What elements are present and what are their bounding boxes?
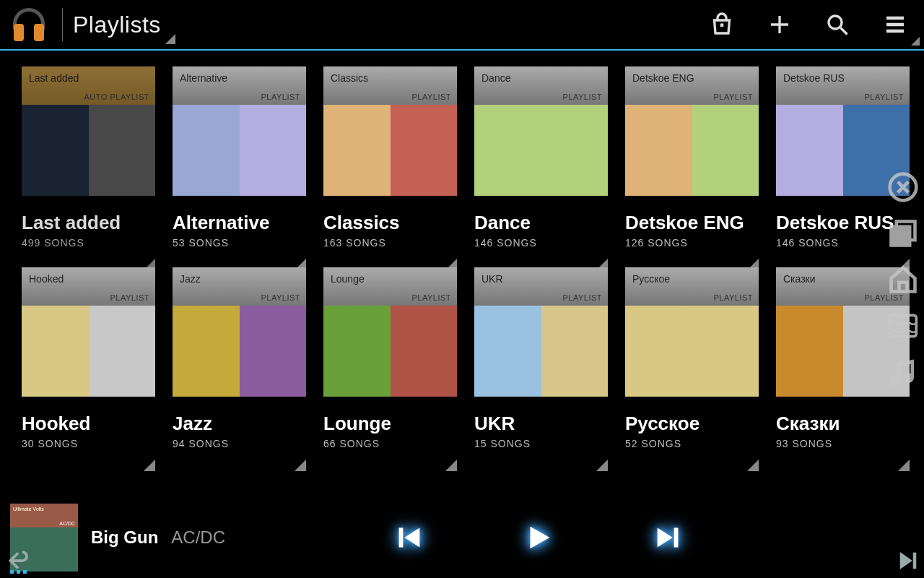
- playlist-card[interactable]: Jazz PLAYLIST Jazz 94 SONGS: [173, 267, 306, 449]
- stacked-squares-icon: [887, 217, 919, 249]
- card-menu-indicator-icon[interactable]: [898, 460, 910, 471]
- svg-point-6: [892, 376, 899, 384]
- playback-controls: [153, 516, 924, 559]
- dropdown-indicator-icon: [165, 34, 175, 44]
- card-menu-indicator-icon[interactable]: [747, 460, 759, 471]
- home-icon: [887, 264, 919, 296]
- shop-button[interactable]: [693, 0, 751, 50]
- track-title: Big Gun: [91, 527, 158, 548]
- new-playlist-button[interactable]: [751, 0, 808, 50]
- playlist-card[interactable]: Last added AUTO PLAYLIST Last added 499 …: [22, 66, 155, 249]
- playlist-thumbnail: Dance PLAYLIST: [474, 66, 608, 196]
- menu-button[interactable]: [866, 0, 924, 50]
- launcher-corner-next[interactable]: [871, 525, 924, 578]
- overlay-home-button[interactable]: [882, 259, 924, 301]
- thumbnail-name: Last added: [29, 72, 148, 84]
- svg-rect-5: [890, 315, 917, 336]
- playlist-thumbnail: Classics PLAYLIST: [323, 66, 457, 196]
- playlist-thumbnail: Alternative PLAYLIST: [173, 66, 306, 196]
- playlist-thumbnail: Hooked PLAYLIST: [22, 267, 155, 397]
- thumbnail-type: PLAYLIST: [261, 92, 300, 101]
- search-button[interactable]: [808, 0, 866, 50]
- thumbnail-name: Alternative: [180, 72, 299, 84]
- overlay-map-button[interactable]: [882, 305, 924, 347]
- now-playing-bar[interactable]: Ultimate Volts AC/DC Big Gun AC/DC: [0, 497, 924, 578]
- playlist-card[interactable]: Lounge PLAYLIST Lounge 66 SONGS: [323, 267, 457, 449]
- skip-next-icon: [652, 521, 685, 554]
- playlist-thumbnail: Detskoe ENG PLAYLIST: [625, 66, 759, 196]
- thumbnail-name: UKR: [481, 273, 601, 285]
- overflow-indicator-icon: [911, 37, 920, 46]
- plus-icon: [767, 12, 793, 38]
- playlist-card[interactable]: Alternative PLAYLIST Alternative 53 SONG…: [173, 66, 306, 249]
- thumbnail-type: AUTO PLAYLIST: [84, 92, 149, 101]
- overlay-music-button[interactable]: [882, 351, 924, 393]
- playlist-title: Classics: [323, 212, 457, 234]
- launcher-dots: [10, 570, 27, 574]
- thumbnail-type: PLAYLIST: [411, 92, 451, 101]
- thumbnail-type: PLAYLIST: [713, 92, 753, 101]
- svg-rect-4: [892, 227, 910, 246]
- playlist-card[interactable]: Русское PLAYLIST Русское 52 SONGS: [625, 267, 759, 449]
- thumbnail-name: Lounge: [331, 273, 450, 285]
- app-icon[interactable]: [0, 0, 58, 50]
- playlist-song-count: 15 SONGS: [474, 438, 608, 449]
- playlist-title: Detskoe ENG: [625, 212, 759, 234]
- launcher-overlay: [882, 166, 924, 393]
- playlist-song-count: 53 SONGS: [173, 237, 306, 249]
- card-menu-indicator-icon[interactable]: [295, 460, 306, 471]
- map-icon: [887, 310, 919, 342]
- thumbnail-name: Русское: [632, 273, 751, 285]
- album-art-artist: AC/DC: [59, 521, 75, 526]
- playlist-song-count: 66 SONGS: [323, 438, 457, 449]
- playlist-title: Dance: [474, 212, 608, 234]
- playlist-title: Hooked: [22, 413, 155, 435]
- thumbnail-type: PLAYLIST: [411, 293, 451, 302]
- play-icon: [522, 521, 555, 554]
- card-menu-indicator-icon[interactable]: [596, 460, 608, 471]
- playlist-thumbnail: Last added AUTO PLAYLIST: [22, 66, 155, 196]
- playlist-card[interactable]: Detskoe ENG PLAYLIST Detskoe ENG 126 SON…: [625, 66, 759, 249]
- playlist-title: Last added: [22, 212, 155, 234]
- next-button[interactable]: [647, 516, 690, 559]
- thumbnail-name: Detskoe ENG: [632, 72, 751, 84]
- headphones-icon: [11, 8, 47, 41]
- skip-previous-icon: [392, 521, 425, 554]
- playlist-song-count: 52 SONGS: [625, 438, 759, 449]
- playlist-song-count: 499 SONGS: [22, 237, 155, 249]
- playlist-grid: Last added AUTO PLAYLIST Last added 499 …: [22, 66, 917, 491]
- card-menu-indicator-icon[interactable]: [445, 460, 457, 471]
- card-menu-indicator-icon[interactable]: [144, 460, 155, 471]
- menu-icon: [882, 12, 908, 38]
- previous-button[interactable]: [387, 516, 430, 559]
- thumbnail-type: PLAYLIST: [864, 92, 904, 101]
- playlist-card[interactable]: Hooked PLAYLIST Hooked 30 SONGS: [22, 267, 155, 449]
- thumbnail-type: PLAYLIST: [261, 293, 300, 302]
- overlay-close-button[interactable]: [882, 166, 924, 208]
- overlay-recents-button[interactable]: [882, 212, 924, 254]
- playlist-card[interactable]: Classics PLAYLIST Classics 163 SONGS: [323, 66, 457, 249]
- thumbnail-type: PLAYLIST: [562, 92, 602, 101]
- playlist-title: Jazz: [173, 413, 306, 435]
- playlist-title: Lounge: [323, 413, 457, 435]
- playlist-song-count: 30 SONGS: [22, 438, 155, 449]
- svg-point-7: [905, 374, 912, 381]
- shopping-bag-icon: [709, 12, 735, 38]
- thumbnail-name: Classics: [331, 72, 450, 84]
- section-dropdown[interactable]: Playlists: [67, 0, 177, 50]
- svg-point-1: [829, 16, 842, 29]
- play-button[interactable]: [517, 516, 560, 559]
- playlist-title: Alternative: [173, 212, 306, 234]
- launcher-corner-back[interactable]: [0, 525, 53, 578]
- playlist-song-count: 163 SONGS: [323, 237, 457, 249]
- playlist-song-count: 93 SONGS: [776, 438, 910, 449]
- playlist-song-count: 146 SONGS: [474, 237, 608, 249]
- playlist-thumbnail: Jazz PLAYLIST: [173, 267, 306, 397]
- playlist-card[interactable]: Dance PLAYLIST Dance 146 SONGS: [474, 66, 608, 249]
- thumbnail-name: Hooked: [29, 273, 148, 285]
- thumbnail-name: Dance: [481, 72, 601, 84]
- playlist-card[interactable]: UKR PLAYLIST UKR 15 SONGS: [474, 267, 608, 449]
- thumbnail-type: PLAYLIST: [110, 293, 149, 302]
- playlist-title: UKR: [474, 413, 608, 435]
- skip-next-small-icon: [895, 548, 921, 574]
